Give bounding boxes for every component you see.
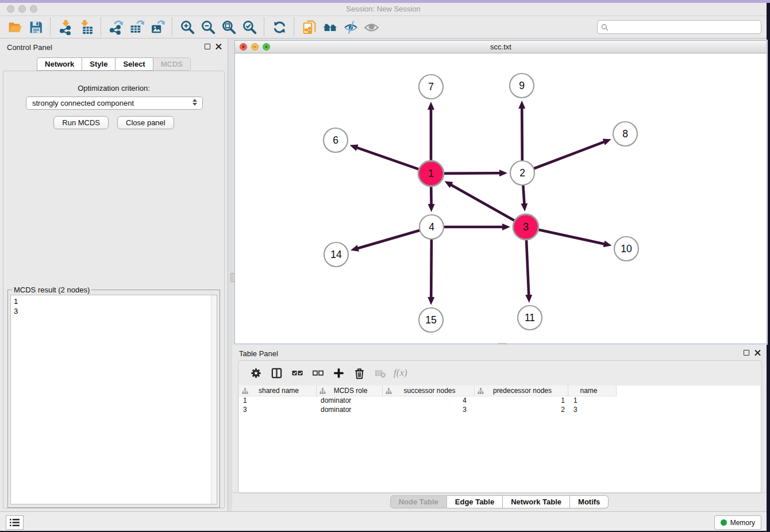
zoom-in-button[interactable] [177, 18, 198, 36]
import-table-button[interactable] [76, 18, 97, 36]
memory-button[interactable]: Memory [714, 515, 761, 530]
tab-network[interactable]: Network [37, 57, 82, 71]
network-canvas[interactable]: 7968124314101511 [235, 53, 767, 343]
zoom-fit-button[interactable] [218, 18, 239, 36]
vertical-split-handle[interactable] [230, 273, 235, 282]
add-column-button[interactable] [328, 364, 349, 381]
tab-network-table[interactable]: Network Table [503, 495, 570, 508]
import-table-icon [79, 20, 94, 35]
search-box [597, 20, 761, 34]
tab-select[interactable]: Select [116, 57, 153, 71]
close-table-panel-icon[interactable] [754, 349, 761, 356]
trash-icon [353, 367, 365, 379]
tab-motifs[interactable]: Motifs [570, 495, 609, 508]
search-input[interactable] [611, 22, 757, 32]
export-image-button[interactable] [147, 18, 168, 36]
float-panel-icon[interactable] [205, 44, 210, 49]
tab-style[interactable]: Style [82, 57, 116, 71]
table-cell[interactable]: 1 [239, 396, 317, 406]
edge-3-11[interactable] [526, 238, 529, 295]
export-table-button[interactable] [126, 18, 147, 36]
task-history-button[interactable] [6, 515, 24, 530]
save-session-button[interactable] [25, 18, 46, 36]
edge-1-6[interactable] [357, 148, 420, 170]
graph-node-4[interactable]: 4 [419, 215, 444, 239]
result-scrollbar[interactable] [211, 295, 217, 504]
table-cell[interactable]: 3 [383, 406, 475, 415]
network-titlebar: × − + scc.txt [235, 41, 767, 53]
deselect-all-icon [312, 367, 324, 379]
svg-text:1: 1 [428, 168, 434, 179]
home-layout-button[interactable] [319, 18, 340, 36]
float-table-panel-icon[interactable] [744, 350, 749, 356]
table-cell[interactable]: 1 [475, 396, 568, 406]
toggle-graphics-details-button[interactable] [340, 18, 361, 36]
edge-4-14[interactable] [357, 230, 421, 248]
table-cell[interactable]: dominator [317, 396, 383, 406]
table-cell[interactable]: 3 [568, 406, 617, 415]
column-header-successor-nodes[interactable]: successor nodes [383, 385, 475, 396]
delete-table-button[interactable] [369, 364, 390, 381]
export-network-button[interactable] [106, 18, 126, 36]
function-builder-button[interactable]: f(x) [394, 367, 407, 379]
graph-node-8[interactable]: 8 [613, 122, 637, 146]
graph-node-14[interactable]: 14 [324, 242, 348, 267]
edge-3-1[interactable] [451, 185, 516, 222]
table-options-button[interactable] [245, 364, 266, 381]
svg-text:9: 9 [519, 80, 525, 91]
column-header-mcds-role[interactable]: MCDS role [317, 385, 383, 396]
criterion-select[interactable]: strongly connected component [26, 97, 203, 110]
svg-text:7: 7 [428, 81, 434, 92]
edge-2-9[interactable] [522, 108, 522, 162]
table-row[interactable]: 1dominator411 [239, 396, 760, 406]
svg-text:11: 11 [525, 312, 535, 323]
table-cell[interactable]: 4 [383, 396, 475, 406]
edge-2-3[interactable] [523, 184, 524, 204]
edge-4-15[interactable] [431, 238, 432, 298]
graph-node-6[interactable]: 6 [324, 128, 348, 152]
table-row[interactable]: 3dominator323 [239, 406, 760, 415]
bird-eye-view-button[interactable] [361, 18, 382, 36]
graph-node-7[interactable]: 7 [419, 75, 443, 99]
graph-node-10[interactable]: 10 [614, 237, 638, 261]
graph-node-9[interactable]: 9 [510, 74, 534, 98]
tab-mcds[interactable]: MCDS [153, 57, 191, 71]
refresh-view-button[interactable] [269, 18, 290, 36]
column-header-name[interactable]: name [568, 385, 617, 396]
graph-node-11[interactable]: 11 [518, 306, 542, 330]
graph-node-15[interactable]: 15 [419, 308, 443, 332]
graph-node-2[interactable]: 2 [510, 161, 534, 185]
table-cell[interactable]: 1 [568, 396, 617, 406]
open-file-button[interactable] [5, 18, 25, 36]
graph-node-3[interactable]: 3 [513, 214, 538, 240]
zoom-selected-button[interactable] [239, 18, 260, 36]
table-cell[interactable]: 3 [239, 406, 317, 415]
import-network-button[interactable] [55, 18, 76, 36]
tab-edge-table[interactable]: Edge Table [447, 495, 503, 508]
content-area: Control Panel NetworkStyleSelectMCDS Opt… [0, 38, 767, 511]
eye-icon [364, 20, 379, 35]
select-all-columns-button[interactable] [287, 364, 307, 381]
duplicate-network-button[interactable] [299, 18, 319, 36]
column-header-shared-name[interactable]: shared name [239, 385, 317, 396]
delete-column-button[interactable] [349, 364, 369, 381]
mcds-result-text[interactable]: 13 [10, 295, 217, 504]
column-header-predecessor-nodes[interactable]: predecessor nodes [475, 385, 568, 396]
table-cell[interactable]: dominator [317, 406, 383, 415]
close-panel-button[interactable]: Close panel [117, 116, 174, 129]
show-column-button[interactable] [266, 364, 287, 381]
edge-2-8[interactable] [533, 142, 605, 169]
edge-1-2[interactable] [442, 173, 500, 174]
search-icon [601, 24, 609, 31]
close-panel-icon[interactable] [215, 43, 222, 49]
edge-3-10[interactable] [537, 229, 605, 244]
optimization-criterion-label: Optimization criterion: [3, 84, 224, 92]
zoom-out-button[interactable] [198, 18, 218, 36]
tab-node-table[interactable]: Node Table [390, 495, 447, 508]
deselect-all-columns-button[interactable] [307, 364, 328, 381]
graph-node-1[interactable]: 1 [418, 161, 444, 186]
svg-text:15: 15 [425, 314, 436, 326]
network-graph: 7968124314101511 [235, 53, 767, 343]
run-mcds-button[interactable]: Run MCDS [53, 116, 109, 129]
table-cell[interactable]: 2 [475, 406, 568, 415]
